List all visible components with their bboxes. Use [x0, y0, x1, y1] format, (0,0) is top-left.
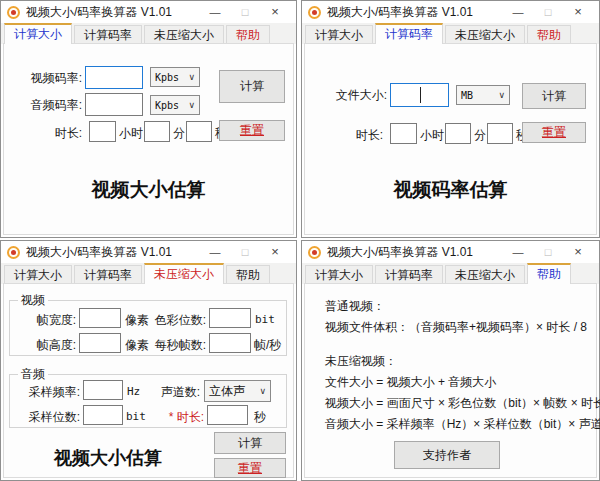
- audio-bitrate-unit-value: Kpbs: [155, 100, 179, 111]
- titlebar: 视频大小/码率换算器 V1.01 — □ ×: [302, 241, 599, 263]
- channels-label: 声道数:: [154, 384, 200, 401]
- tab-calc-bitrate[interactable]: 计算码率: [74, 25, 142, 44]
- calc-button[interactable]: 计算: [219, 70, 285, 103]
- titlebar: 视频大小/码率换算器 V1.01 — □ ×: [1, 1, 296, 23]
- chevron-down-icon: ∨: [188, 72, 195, 82]
- text-cursor: [420, 87, 421, 103]
- chevron-down-icon: ∨: [259, 386, 266, 396]
- tab-help[interactable]: 帮助: [226, 265, 270, 284]
- minimize-button[interactable]: —: [503, 241, 533, 263]
- hours-unit: 小时: [420, 127, 444, 144]
- file-size-input[interactable]: [390, 83, 449, 107]
- tab-uncompressed[interactable]: 未压缩大小: [144, 25, 224, 44]
- sample-rate-label: 采样频率:: [22, 384, 80, 401]
- reset-button[interactable]: 重置: [219, 120, 285, 141]
- reset-button[interactable]: 重置: [522, 122, 586, 143]
- screen: 视频大小/码率换算器 V1.01 — □ × 计算大小 计算码率 未压缩大小 帮…: [0, 0, 600, 481]
- duration-seconds-input[interactable]: [186, 121, 212, 142]
- audio-bitrate-input[interactable]: [85, 93, 143, 116]
- frame-width-unit: 像素: [125, 312, 149, 329]
- frame-height-label: 帧高度:: [22, 337, 76, 354]
- window-uncompressed: 视频大小/码率换算器 V1.01 — □ × 计算大小 计算码率 未压缩大小 帮…: [0, 240, 297, 481]
- audio-bitrate-unit-select[interactable]: Kpbs ∨: [150, 95, 200, 115]
- duration-minutes-input[interactable]: [144, 121, 170, 142]
- calc-button[interactable]: 计算: [522, 83, 586, 109]
- tab-calc-bitrate[interactable]: 计算码率: [375, 23, 443, 44]
- tab-calc-size[interactable]: 计算大小: [305, 265, 373, 284]
- tab-calc-bitrate[interactable]: 计算码率: [375, 265, 443, 284]
- tab-strip: 计算大小 计算码率 未压缩大小 帮助: [302, 23, 599, 44]
- frame-width-label: 帧宽度:: [22, 312, 76, 329]
- minimize-button[interactable]: —: [503, 1, 533, 23]
- minimize-button[interactable]: —: [200, 241, 230, 263]
- support-author-button[interactable]: 支持作者: [394, 441, 500, 469]
- tab-calc-bitrate[interactable]: 计算码率: [74, 265, 142, 284]
- color-depth-label: 色彩位数:: [148, 312, 206, 329]
- minimize-button[interactable]: —: [200, 1, 230, 23]
- duration-label: 时长:: [351, 127, 383, 144]
- tab-page-calc-bitrate: 文件大小: MB ∨ 计算 时长: 小时 分 秒 重置 视频码率估算: [304, 43, 597, 235]
- tab-strip: 计算大小 计算码率 未压缩大小 帮助: [1, 263, 296, 284]
- calc-button[interactable]: 计算: [214, 432, 286, 454]
- tab-calc-size[interactable]: 计算大小: [305, 25, 373, 44]
- tab-calc-size[interactable]: 计算大小: [4, 265, 72, 284]
- app-icon: [7, 6, 20, 19]
- help-line-blank: [325, 338, 590, 351]
- help-line: 视频大小 = 画面尺寸 × 彩色位数（bit）× 帧数 × 时长: [325, 393, 590, 414]
- file-size-unit-value: MB: [461, 90, 473, 101]
- duration-hours-input[interactable]: [89, 121, 116, 142]
- frame-height-input[interactable]: [79, 333, 121, 353]
- close-button[interactable]: ×: [260, 241, 290, 263]
- audio-group-label: 音频: [18, 366, 48, 383]
- tab-help[interactable]: 帮助: [527, 25, 571, 44]
- video-bitrate-input[interactable]: [85, 66, 143, 89]
- maximize-button[interactable]: □: [230, 241, 260, 263]
- tab-help[interactable]: 帮助: [226, 25, 270, 44]
- tab-uncompressed[interactable]: 未压缩大小: [445, 25, 525, 44]
- page-headline: 视频码率估算: [305, 177, 596, 203]
- duration-label: 时长:: [46, 125, 82, 142]
- fps-input[interactable]: [209, 333, 251, 353]
- window-calc-size: 视频大小/码率换算器 V1.01 — □ × 计算大小 计算码率 未压缩大小 帮…: [0, 0, 297, 238]
- video-bitrate-label: 视频码率:: [26, 70, 82, 87]
- duration-hours-input[interactable]: [390, 123, 417, 144]
- channels-value: 立体声: [209, 383, 245, 400]
- tab-help[interactable]: 帮助: [527, 263, 571, 284]
- close-button[interactable]: ×: [563, 241, 593, 263]
- video-bitrate-unit-select[interactable]: Kpbs ∨: [150, 67, 200, 87]
- minutes-unit: 分: [173, 125, 185, 142]
- chevron-down-icon: ∨: [188, 100, 195, 110]
- close-button[interactable]: ×: [260, 1, 290, 23]
- titlebar: 视频大小/码率换算器 V1.01 — □ ×: [302, 1, 599, 23]
- reset-button[interactable]: 重置: [214, 458, 286, 478]
- duration-input[interactable]: [207, 405, 248, 425]
- video-group-label: 视频: [18, 292, 48, 309]
- maximize-button[interactable]: □: [533, 241, 563, 263]
- duration-minutes-input[interactable]: [445, 123, 471, 144]
- titlebar: 视频大小/码率换算器 V1.01 — □ ×: [1, 241, 296, 263]
- frame-height-unit: 像素: [125, 337, 149, 354]
- channels-select[interactable]: 立体声 ∨: [204, 380, 271, 402]
- sample-rate-input[interactable]: [83, 380, 123, 400]
- app-icon: [7, 246, 20, 259]
- help-line: 文件大小 = 视频大小 + 音频大小: [325, 372, 590, 393]
- file-size-label: 文件大小:: [327, 87, 387, 104]
- tab-uncompressed[interactable]: 未压缩大小: [445, 265, 525, 284]
- help-line: 音频大小 = 采样频率（Hz）× 采样位数（bit）× 声道数 × 时长: [325, 414, 590, 435]
- frame-width-input[interactable]: [79, 308, 121, 328]
- file-size-unit-select[interactable]: MB ∨: [456, 85, 510, 105]
- color-depth-input[interactable]: [209, 308, 251, 328]
- maximize-button[interactable]: □: [230, 1, 260, 23]
- tab-calc-size[interactable]: 计算大小: [4, 23, 72, 44]
- help-line: 视频文件体积：（音频码率+视频码率）× 时长 / 8: [325, 317, 590, 338]
- duration-seconds-input[interactable]: [487, 123, 513, 144]
- sample-bits-input[interactable]: [83, 405, 123, 425]
- tab-uncompressed[interactable]: 未压缩大小: [144, 263, 224, 284]
- tab-strip: 计算大小 计算码率 未压缩大小 帮助: [302, 263, 599, 284]
- close-button[interactable]: ×: [563, 1, 593, 23]
- hours-unit: 小时: [119, 125, 143, 142]
- tab-page-help: 普通视频： 视频文件体积：（音频码率+视频码率）× 时长 / 8 未压缩视频： …: [304, 283, 597, 478]
- page-headline: 视频大小估算: [4, 177, 293, 203]
- maximize-button[interactable]: □: [533, 1, 563, 23]
- tab-page-calc-size: 视频码率: Kpbs ∨ 计算 音频码率: Kpbs ∨ 时长: 小时 分 秒 …: [3, 43, 294, 235]
